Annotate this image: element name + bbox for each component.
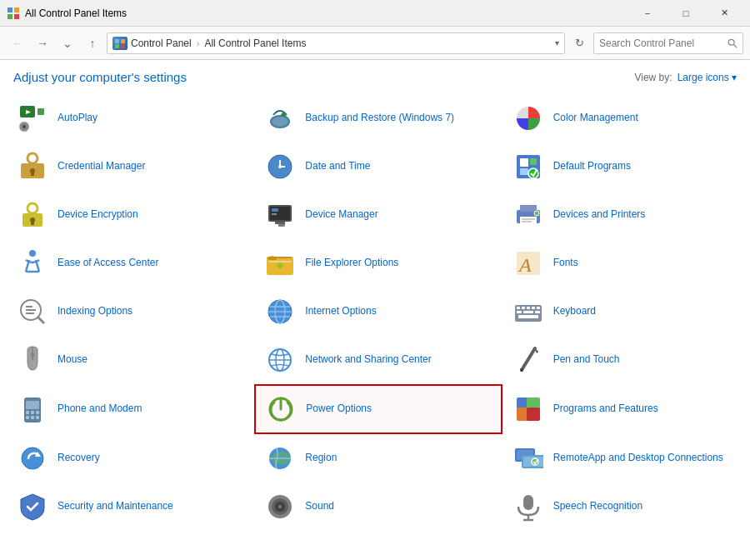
internet-options-icon <box>263 295 297 328</box>
minimize-button[interactable]: − <box>628 0 667 27</box>
item-device-encryption[interactable]: Device Encryption <box>7 191 254 239</box>
backup-restore-icon <box>263 102 297 135</box>
item-indexing[interactable]: Indexing Options <box>7 288 254 336</box>
item-phone-modem[interactable]: Phone and Modem <box>7 384 254 434</box>
svg-rect-54 <box>268 261 292 262</box>
item-autoplay[interactable]: AutoPlay <box>7 94 254 142</box>
keyboard-label: Keyboard <box>553 305 596 318</box>
window-icon <box>7 7 20 20</box>
up-button[interactable]: ↑ <box>82 32 103 54</box>
svg-point-113 <box>278 505 282 508</box>
item-programs-features[interactable]: Programs and Features <box>502 384 750 434</box>
device-manager-icon <box>263 198 297 232</box>
item-internet-options[interactable]: Internet Options <box>254 288 502 336</box>
svg-line-83 <box>522 348 535 370</box>
svg-rect-1 <box>14 8 19 12</box>
content-header: Adjust your computer's settings View by:… <box>0 60 750 91</box>
main-content: Adjust your computer's settings View by:… <box>0 60 750 560</box>
search-icon <box>728 38 738 49</box>
file-explorer-icon <box>263 247 297 280</box>
svg-rect-72 <box>532 307 535 309</box>
svg-rect-76 <box>535 311 540 313</box>
item-credential-manager[interactable]: Credential Manager <box>7 142 254 191</box>
sound-icon <box>263 490 297 523</box>
default-programs-label: Default Programs <box>553 160 631 173</box>
svg-line-59 <box>38 317 44 323</box>
svg-rect-28 <box>520 158 528 167</box>
svg-rect-38 <box>272 208 278 212</box>
svg-rect-22 <box>31 172 34 176</box>
view-by-control[interactable]: View by: Large icons ▾ <box>634 72 737 83</box>
date-time-label: Date and Time <box>305 160 370 173</box>
item-keyboard[interactable]: Keyboard <box>502 288 750 336</box>
svg-point-26 <box>278 165 282 168</box>
item-default-programs[interactable]: Default Programs <box>502 142 750 191</box>
item-security-maintenance[interactable]: Security and Maintenance <box>7 482 254 531</box>
device-manager-label: Device Manager <box>305 208 378 222</box>
forward-button[interactable]: → <box>32 32 53 54</box>
svg-rect-7 <box>121 44 125 48</box>
item-speech-recognition[interactable]: Speech Recognition <box>502 482 750 531</box>
search-box[interactable] <box>593 32 743 54</box>
svg-rect-92 <box>31 416 34 419</box>
indexing-label: Indexing Options <box>58 305 132 318</box>
credential-manager-label: Credential Manager <box>58 160 145 173</box>
svg-point-101 <box>22 448 43 469</box>
viewby-value[interactable]: Large icons ▾ <box>678 72 737 83</box>
items-container: AutoPlayBackup and Restore (Windows 7)Co… <box>0 91 750 560</box>
svg-rect-29 <box>520 168 528 175</box>
phone-modem-label: Phone and Modem <box>58 402 142 416</box>
pen-touch-icon <box>512 343 545 377</box>
item-network-sharing[interactable]: Network and Sharing Center <box>254 336 502 384</box>
ease-of-access-label: Ease of Access Center <box>58 257 158 270</box>
item-devices-printers[interactable]: Devices and Printers <box>502 191 750 239</box>
network-sharing-label: Network and Sharing Center <box>305 353 431 367</box>
item-recovery[interactable]: Recovery <box>7 434 254 482</box>
svg-point-79 <box>31 352 34 358</box>
item-backup-restore[interactable]: Backup and Restore (Windows 7) <box>254 94 502 142</box>
item-pen-touch[interactable]: Pen and Touch <box>502 336 750 384</box>
svg-rect-70 <box>522 307 525 309</box>
window-title: All Control Panel Items <box>25 8 127 19</box>
recent-button[interactable]: ⌄ <box>57 32 78 54</box>
svg-rect-35 <box>31 221 34 225</box>
back-button[interactable]: ← <box>7 32 28 54</box>
item-fonts[interactable]: AFonts <box>502 239 750 288</box>
item-file-explorer[interactable]: File Explorer Options <box>254 239 502 288</box>
svg-rect-89 <box>31 411 34 414</box>
devices-printers-icon <box>512 198 545 232</box>
search-input[interactable] <box>599 38 724 49</box>
programs-features-label: Programs and Features <box>553 402 658 416</box>
svg-point-48 <box>29 250 36 257</box>
address-dropdown[interactable]: ▾ <box>555 38 559 48</box>
item-remoteapp[interactable]: RemoteApp and Desktop Connections <box>502 434 750 482</box>
maximize-button[interactable]: □ <box>667 0 705 27</box>
item-date-time[interactable]: Date and Time <box>254 142 502 191</box>
viewby-label: View by: <box>634 72 672 83</box>
item-mouse[interactable]: Mouse <box>7 336 254 384</box>
refresh-button[interactable]: ↻ <box>568 32 590 54</box>
item-region[interactable]: Region <box>254 434 502 482</box>
title-bar: All Control Panel Items − □ ✕ <box>0 0 750 27</box>
address-box[interactable]: Control Panel › All Control Panel Items … <box>107 32 565 54</box>
svg-rect-91 <box>26 416 29 419</box>
mouse-icon <box>16 343 49 377</box>
region-icon <box>263 442 297 475</box>
svg-rect-39 <box>272 213 277 215</box>
remoteapp-icon <box>512 442 545 475</box>
item-device-manager[interactable]: Device Manager <box>254 191 502 239</box>
svg-point-14 <box>22 125 26 128</box>
item-power-options[interactable]: Power Options <box>254 384 502 434</box>
item-sound[interactable]: Sound <box>254 482 502 531</box>
speech-recognition-label: Speech Recognition <box>553 500 642 513</box>
item-color-management[interactable]: Color Management <box>502 94 750 142</box>
close-button[interactable]: ✕ <box>705 0 743 27</box>
item-ease-of-access[interactable]: Ease of Access Center <box>7 239 254 288</box>
svg-rect-99 <box>527 408 540 421</box>
color-management-icon <box>512 102 545 135</box>
svg-rect-45 <box>522 218 535 220</box>
address-bar: ← → ⌄ ↑ Control Panel › All Control Pane… <box>0 27 750 60</box>
svg-rect-88 <box>26 411 29 414</box>
svg-rect-12 <box>38 108 44 115</box>
svg-rect-2 <box>8 14 12 19</box>
